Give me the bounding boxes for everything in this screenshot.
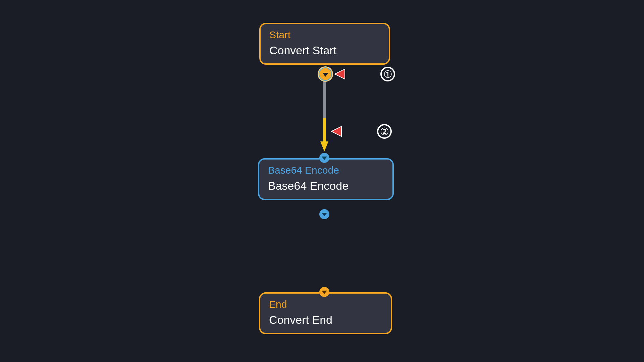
connector-arrowhead xyxy=(320,141,328,152)
node-end-title: Convert End xyxy=(269,313,382,327)
node-end-type-label: End xyxy=(269,298,382,310)
port-start-output[interactable] xyxy=(318,66,333,82)
port-encode-input[interactable] xyxy=(319,153,329,163)
node-start-type-label: Start xyxy=(269,29,380,41)
node-encode-title: Base64 Encode xyxy=(268,179,384,193)
annotation-2: ② xyxy=(377,124,392,139)
chevron-down-icon xyxy=(322,213,327,216)
chevron-down-icon xyxy=(322,73,328,77)
svg-marker-3 xyxy=(331,126,341,136)
chevron-down-icon xyxy=(322,291,327,294)
port-end-input[interactable] xyxy=(319,287,329,297)
annotation-arrow-2 xyxy=(331,126,376,136)
annotation-badge-1: ① xyxy=(380,67,395,81)
svg-marker-1 xyxy=(335,69,345,79)
node-base64-encode[interactable]: Base64 Encode Base64 Encode xyxy=(258,158,394,200)
node-start[interactable]: Start Convert Start xyxy=(259,23,390,65)
annotation-arrow-1 xyxy=(335,69,379,79)
chevron-down-icon xyxy=(322,157,327,160)
port-encode-output[interactable] xyxy=(319,209,329,219)
node-encode-type-label: Base64 Encode xyxy=(268,164,384,176)
flow-canvas[interactable]: Start Convert Start Base64 Encode Base64… xyxy=(0,0,644,362)
annotation-1: ① xyxy=(380,67,395,81)
node-start-title: Convert Start xyxy=(269,44,380,57)
node-end[interactable]: End Convert End xyxy=(259,292,392,334)
annotation-badge-2: ② xyxy=(377,124,392,139)
